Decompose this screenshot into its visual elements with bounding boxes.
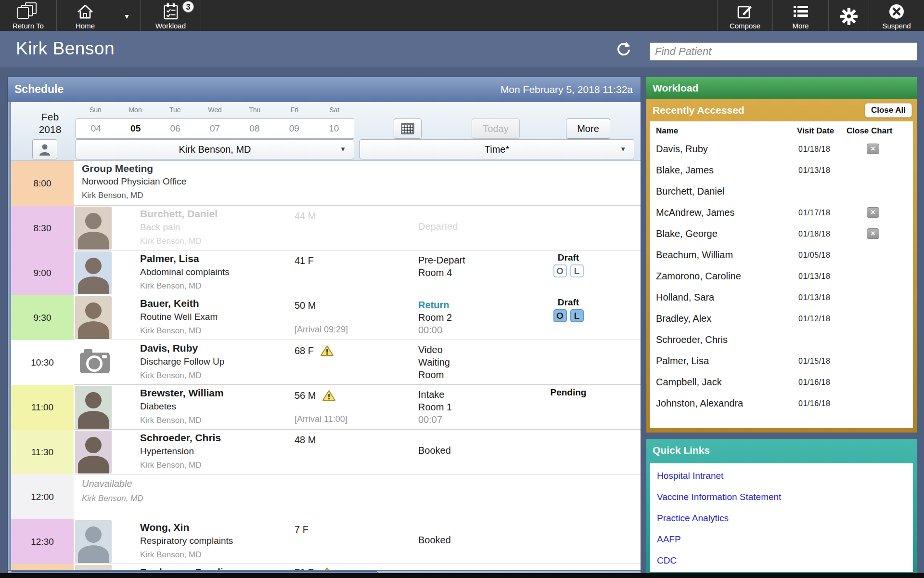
home-label: Home: [76, 22, 95, 30]
table-row[interactable]: Beachum, William 01/05/18: [650, 246, 913, 267]
visit-date: 01/18/18: [798, 230, 830, 238]
page-title: Kirk Benson: [16, 39, 115, 59]
time-dropdown[interactable]: Time* ▼: [359, 139, 634, 159]
schedule-row-patient[interactable]: 10:30 Davis, Ruby Discharge Follow Up Ki…: [8, 340, 641, 385]
lab-note-button[interactable]: L: [570, 264, 584, 277]
patient-provider: Kirk Benson, MD: [140, 550, 202, 560]
date-cell-selected[interactable]: 05: [116, 123, 155, 134]
calendar-icon: [401, 123, 414, 134]
recently-accessed-title: Recently Accessed: [653, 105, 744, 116]
quick-link[interactable]: Practice Analytics: [657, 508, 913, 529]
table-row[interactable]: Palmer, Lisa 01/15/18: [650, 352, 913, 373]
calendar-picker-button[interactable]: [394, 118, 422, 139]
appointment-status: Intake Room 1 00:07: [418, 388, 524, 426]
compose-icon: [737, 2, 753, 21]
return-to-button[interactable]: Return To: [0, 0, 57, 31]
workload-button[interactable]: Workload 3: [141, 0, 201, 31]
quick-link[interactable]: AAFP: [657, 529, 913, 550]
find-patient-input[interactable]: [650, 42, 917, 61]
schedule-row-patient[interactable]: 8:30 Burchett, Daniel Back pain Kirk Ben…: [8, 206, 641, 250]
year-label: 2018: [31, 123, 69, 136]
lab-note-button[interactable]: L: [570, 309, 584, 322]
quick-link[interactable]: Hospital Intranet: [657, 465, 913, 486]
patient-provider: Kirk Benson, MD: [140, 371, 202, 381]
patient-age-sex: 48 M: [295, 434, 316, 446]
table-row[interactable]: Burchett, Daniel: [650, 182, 913, 203]
status-line: Room: [418, 368, 524, 381]
table-row[interactable]: Davis, Ruby 01/18/18 ×: [650, 140, 913, 161]
list-icon: [793, 2, 809, 21]
table-row[interactable]: Zamorono, Caroline 01/13/18: [650, 267, 913, 288]
time-slot: 9:00: [11, 250, 74, 295]
table-row[interactable]: Bradley, Alex 01/12/18: [650, 309, 913, 330]
close-chart-button[interactable]: ×: [867, 228, 879, 239]
schedule-row-patient[interactable]: 11:30 Schroeder, Chris Hypertension Kirk…: [8, 430, 641, 474]
visit-date: 01/13/18: [798, 293, 830, 302]
table-row[interactable]: McAndrew, James 01/17/18 ×: [650, 203, 913, 224]
patient-name: Blake, James: [656, 165, 714, 176]
refresh-button[interactable]: [616, 41, 632, 58]
workload-panel-header: Workload: [646, 77, 917, 99]
compose-button[interactable]: Compose: [717, 0, 773, 31]
settings-button[interactable]: [829, 0, 869, 31]
visit-date: 01/13/18: [798, 166, 830, 175]
close-all-button[interactable]: Close All: [865, 103, 912, 118]
home-button[interactable]: Home: [57, 0, 114, 31]
quick-link[interactable]: Vaccine Information Statement: [657, 486, 913, 508]
today-button[interactable]: Today: [472, 118, 520, 139]
table-row[interactable]: Blake, James 01/13/18: [650, 161, 913, 182]
patient-photo: [75, 520, 112, 563]
date-cell[interactable]: 10: [314, 123, 354, 134]
close-chart-button[interactable]: ×: [867, 144, 879, 154]
home-dropdown-button[interactable]: ▼: [114, 0, 141, 31]
date-cell[interactable]: 09: [274, 123, 314, 134]
patient-photo: [75, 431, 112, 473]
camera-icon: [80, 353, 110, 373]
schedule-row-patient[interactable]: 9:30 Bauer, Keith Routine Well Exam Kirk…: [8, 295, 641, 340]
more-menu-button[interactable]: More: [773, 0, 829, 31]
month-year-label: Feb 2018: [31, 111, 69, 136]
schedule-row-unavailable[interactable]: 12:00 Unavailable Kirk Benson, MD: [8, 474, 641, 519]
schedule-more-button[interactable]: More: [566, 118, 610, 139]
table-row[interactable]: Johnston, Alexandra 01/16/18: [650, 394, 913, 415]
provider-select-button[interactable]: [32, 139, 57, 159]
table-row[interactable]: Campbell, Jack 01/16/18: [650, 373, 913, 394]
date-cell[interactable]: 08: [235, 123, 274, 134]
table-row[interactable]: Schroeder, Chris: [650, 330, 913, 352]
schedule-row-patient[interactable]: Buchanan, Caroline 72 F: [8, 564, 641, 570]
suspend-icon: [888, 2, 905, 21]
schedule-row-patient[interactable]: 12:30 Wong, Xin Respiratory complaints K…: [8, 519, 641, 564]
date-cell[interactable]: 06: [155, 123, 195, 134]
office-note-button[interactable]: O: [553, 264, 567, 277]
table-row[interactable]: Holland, Sara 01/13/18: [650, 288, 913, 309]
status-room: Room 2: [418, 311, 524, 324]
return-to-label: Return To: [13, 22, 44, 30]
schedule-row-meeting[interactable]: 8:00 Group Meeting Norwood Physician Off…: [8, 161, 641, 206]
patient-photo: [75, 296, 112, 339]
schedule-row-patient[interactable]: 11:00 Brewster, William Diabetes Kirk Be…: [8, 385, 641, 430]
patient-age-sex: 56 M: [295, 390, 316, 401]
status-line: Waiting: [418, 356, 524, 368]
date-cell[interactable]: 04: [76, 123, 116, 134]
table-row[interactable]: Blake, George 01/18/18 ×: [650, 224, 913, 246]
provider-dropdown[interactable]: Kirk Benson, MD ▼: [76, 139, 354, 159]
close-chart-button[interactable]: ×: [867, 207, 879, 218]
office-note-button[interactable]: O: [553, 309, 567, 322]
patient-photo: [75, 386, 112, 429]
time-slot: 11:30: [11, 430, 74, 474]
patient-name: Johnston, Alexandra: [656, 398, 743, 409]
weekday-label: Sat: [314, 106, 354, 114]
schedule-row-patient[interactable]: 9:00 Palmer, Lisa Abdominal complaints K…: [8, 250, 641, 295]
quick-link[interactable]: CDC: [657, 550, 913, 571]
status-line: Intake: [418, 388, 524, 401]
patient-name: Holland, Sara: [656, 292, 714, 303]
time-slot: 11:00: [11, 385, 74, 430]
date-cell[interactable]: 07: [195, 123, 234, 134]
patient-provider: Kirk Benson, MD: [140, 281, 202, 291]
status-timer: 00:00: [418, 324, 524, 336]
suspend-button[interactable]: Suspend: [869, 0, 924, 31]
provider-dropdown-value: Kirk Benson, MD: [179, 144, 251, 155]
patient-age-sex: 44 M: [295, 210, 316, 222]
patient-provider: Kirk Benson, MD: [140, 416, 202, 425]
vertical-scrollbar[interactable]: [8, 102, 11, 576]
